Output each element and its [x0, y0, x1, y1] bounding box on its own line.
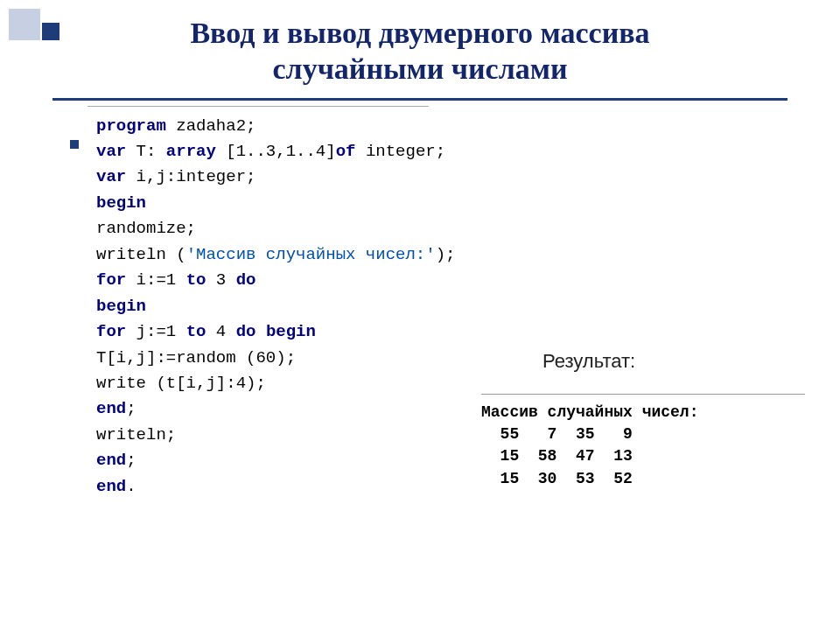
string-literal: 'Массив случайных чисел:'	[186, 245, 436, 264]
kw-var-2: var	[96, 167, 126, 186]
slide-title: Ввод и вывод двумерного массива случайны…	[0, 0, 840, 88]
title-rule	[52, 98, 788, 101]
kw-begin: begin	[96, 193, 146, 213]
kw-to-2: to	[186, 322, 206, 341]
result-label: Результат:	[542, 350, 635, 373]
corner-decoration	[9, 9, 60, 40]
title-line-2: случайными числами	[273, 52, 568, 85]
kw-end: end	[96, 399, 126, 418]
result-header: Массив случайных чисел:	[481, 403, 698, 421]
result-rule	[481, 394, 805, 395]
result-block: Массив случайных чисел: 55 7 35 9 15 58 …	[481, 394, 805, 490]
kw-begin-2: begin	[96, 297, 146, 316]
kw-do: do	[236, 270, 256, 290]
bullet-icon	[70, 140, 79, 149]
kw-to: to	[186, 270, 206, 290]
kw-end-3: end	[96, 477, 126, 496]
kw-do-begin: do begin	[236, 322, 316, 341]
kw-for: for	[96, 270, 126, 290]
kw-var: var	[96, 142, 126, 161]
result-output: Массив случайных чисел: 55 7 35 9 15 58 …	[481, 402, 805, 490]
kw-for-2: for	[96, 322, 126, 341]
title-line-1: Ввод и вывод двумерного массива	[190, 17, 649, 49]
kw-array: array	[166, 142, 216, 161]
kw-program: program	[96, 116, 166, 136]
kw-of: of	[336, 142, 356, 161]
kw-end-2: end	[96, 451, 126, 470]
